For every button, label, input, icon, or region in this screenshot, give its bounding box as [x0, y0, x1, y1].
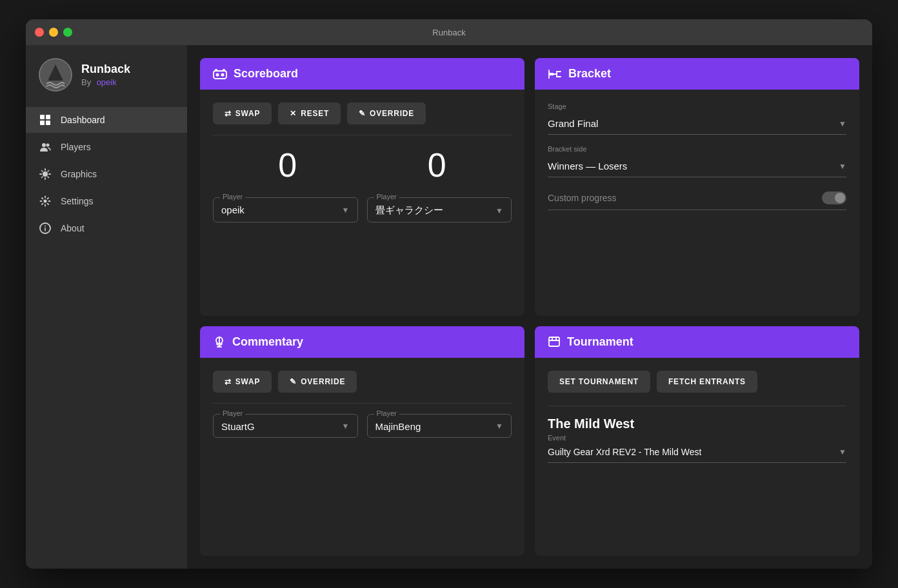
commentary-body: ⇄ SWAP ✎ OVERRIDE Player Stu: [200, 358, 524, 556]
commentary-override-button[interactable]: ✎ OVERRIDE: [278, 371, 357, 393]
bracket-side-select[interactable]: Winners — Losers ▼: [548, 157, 846, 177]
svg-point-15: [216, 73, 219, 76]
stage-select[interactable]: Grand Final ▼: [548, 114, 846, 135]
sidebar-item-label: Dashboard: [61, 115, 105, 125]
chevron-down-icon: ▼: [342, 206, 350, 215]
players-icon: [39, 141, 52, 153]
svg-rect-4: [46, 115, 50, 119]
commentary-player-left-select[interactable]: Player StuartG ▼: [213, 414, 358, 438]
tournament-btn-row: SET TOURNAMENT FETCH ENTRANTS: [548, 371, 846, 393]
commentary-swap-button[interactable]: ⇄ SWAP: [213, 371, 272, 393]
scoreboard-players-row: Player opeik ▼ Player 畳ギャラクシー ▼: [213, 197, 512, 222]
app-name: Runback: [81, 63, 130, 76]
svg-rect-6: [46, 121, 50, 125]
toggle-knob: [835, 193, 845, 203]
scores-row: 0 0: [213, 146, 512, 184]
player-right-value: 畳ギャラクシー: [375, 204, 443, 217]
dashboard-icon: [39, 113, 52, 126]
set-tournament-button[interactable]: SET TOURNAMENT: [548, 371, 650, 393]
scoreboard-reset-button[interactable]: ✕ RESET: [278, 103, 341, 124]
override-icon: ✎: [359, 109, 366, 118]
scoreboard-title: Scoreboard: [234, 67, 298, 81]
scoreboard-panel: Scoreboard ⇄ SWAP ✕ RESET ✎: [200, 58, 524, 316]
scoreboard-body: ⇄ SWAP ✕ RESET ✎ OVERRIDE: [200, 90, 524, 316]
scoreboard-swap-button[interactable]: ⇄ SWAP: [213, 103, 272, 124]
stage-label: Stage: [548, 103, 846, 110]
commentary-divider: [213, 403, 512, 404]
sidebar-item-dashboard[interactable]: Dashboard: [26, 107, 187, 133]
svg-point-16: [221, 73, 224, 76]
swap-icon: ⇄: [224, 377, 232, 386]
sidebar-header: Runback By opeik: [26, 58, 187, 107]
app-by: By: [81, 77, 91, 87]
app-author-link[interactable]: opeik: [97, 77, 117, 87]
commentary-player-right-label: Player: [374, 409, 399, 417]
sidebar-item-label: Settings: [61, 196, 94, 206]
tournament-header: Tournament: [535, 326, 859, 358]
chevron-down-icon: ▼: [495, 206, 503, 215]
player-right-label: Player: [374, 193, 399, 201]
sidebar: Runback By opeik: [26, 45, 187, 569]
commentary-header: Commentary: [200, 326, 524, 358]
bracket-fields: Stage Grand Final ▼ Bracket side Winners…: [548, 103, 846, 210]
svg-rect-5: [40, 121, 45, 125]
player-right-select[interactable]: Player 畳ギャラクシー ▼: [367, 197, 512, 222]
sidebar-item-graphics[interactable]: Graphics: [26, 161, 187, 187]
app-author-line: By opeik: [81, 76, 130, 88]
scoreboard-btn-row: ⇄ SWAP ✕ RESET ✎ OVERRIDE: [213, 103, 512, 124]
custom-progress-label: Custom progress: [548, 193, 617, 203]
commentary-btn-row: ⇄ SWAP ✎ OVERRIDE: [213, 371, 512, 393]
sidebar-brand: Runback By opeik: [81, 63, 130, 88]
sidebar-item-settings[interactable]: Settings: [26, 188, 187, 214]
svg-point-13: [45, 226, 46, 227]
sidebar-item-players[interactable]: Players: [26, 134, 187, 160]
svg-rect-18: [549, 337, 559, 346]
scoreboard-header: Scoreboard: [200, 58, 524, 90]
bracket-header: Bracket: [535, 58, 859, 90]
sidebar-item-label: Graphics: [61, 169, 97, 179]
chevron-down-icon: ▼: [839, 162, 846, 171]
score-left: 0: [278, 146, 297, 184]
app-body: Runback By opeik: [26, 45, 872, 569]
tournament-body: SET TOURNAMENT FETCH ENTRANTS The Mild W…: [535, 358, 859, 556]
svg-point-9: [43, 172, 48, 177]
svg-rect-14: [214, 71, 226, 79]
player-left-select[interactable]: Player opeik ▼: [213, 197, 358, 222]
scoreboard-override-button[interactable]: ✎ OVERRIDE: [347, 103, 426, 124]
fetch-entrants-button[interactable]: FETCH ENTRANTS: [657, 371, 757, 393]
tournament-icon: [548, 336, 561, 348]
player-right-row: 畳ギャラクシー ▼: [375, 204, 504, 217]
swap-icon: ⇄: [224, 109, 232, 118]
svg-rect-3: [40, 115, 45, 119]
bracket-icon: [548, 68, 562, 80]
bracket-title: Bracket: [568, 67, 611, 81]
tournament-event-value: Guilty Gear Xrd REV2 - The Mild West: [548, 447, 701, 457]
window-controls: [35, 28, 72, 37]
commentary-player-right-select[interactable]: Player MajinBeng ▼: [367, 414, 512, 438]
tournament-title: Tournament: [567, 335, 634, 349]
tournament-panel: Tournament SET TOURNAMENT FETCH ENTRANTS…: [535, 326, 859, 556]
window-title: Runback: [432, 28, 465, 37]
bracket-side-field-group: Bracket side Winners — Losers ▼: [548, 145, 846, 177]
reset-icon: ✕: [290, 109, 297, 118]
tournament-event-select[interactable]: Guilty Gear Xrd REV2 - The Mild West ▼: [548, 444, 846, 463]
maximize-button[interactable]: [63, 28, 72, 37]
commentary-players-row: Player StuartG ▼ Player MajinBeng ▼: [213, 414, 512, 438]
score-right: 0: [428, 146, 446, 184]
custom-progress-toggle[interactable]: [822, 191, 846, 204]
sidebar-item-about[interactable]: About: [26, 215, 187, 241]
commentary-player-right-row: MajinBeng ▼: [375, 421, 504, 432]
sidebar-item-label: Players: [61, 142, 91, 152]
titlebar: Runback: [26, 19, 872, 45]
commentary-icon: [213, 336, 226, 348]
bracket-body: Stage Grand Final ▼ Bracket side Winners…: [535, 90, 859, 316]
about-icon: [39, 222, 52, 235]
scoreboard-divider: [213, 135, 512, 135]
minimize-button[interactable]: [49, 28, 58, 37]
chevron-down-icon: ▼: [839, 447, 846, 456]
close-button[interactable]: [35, 28, 44, 37]
tournament-divider: [548, 406, 846, 406]
bracket-side-label: Bracket side: [548, 145, 846, 153]
chevron-down-icon: ▼: [342, 422, 350, 431]
svg-point-8: [46, 144, 50, 147]
